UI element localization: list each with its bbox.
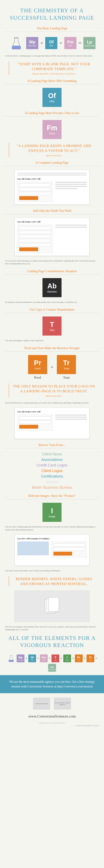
element-symbol: Ab — [47, 282, 57, 290]
element-ab-large: Ab Abandon — [42, 278, 62, 297]
image-showcase: I Image — [5, 503, 99, 522]
quote-render: RENDER REPORTS, WHITE PAPERS, GUIDES AND… — [9, 577, 95, 586]
element-symbol: T — [50, 321, 54, 329]
operator-plus: + — [50, 364, 54, 370]
mock-title: Get 50% Off Genuine US Dollars — [18, 537, 87, 540]
flask-icon — [8, 35, 24, 51]
element-i-large: I Image — [42, 503, 62, 522]
element-symbol: Tr — [89, 656, 92, 659]
element-name: Text — [54, 659, 57, 661]
basic-body: At its most basic, a landing page is a w… — [5, 54, 99, 57]
element-name: Abandon — [47, 290, 57, 293]
element-symbol: Wp — [29, 39, 35, 44]
element-symbol: Of — [31, 656, 34, 659]
element-of: Of Offer — [45, 37, 57, 49]
page-title: THE CHEMISTRY OF A SUCCESSFUL LANDING PA… — [5, 7, 99, 21]
element-name: Form — [68, 45, 72, 47]
screenshot-complete: Get All Orders 10% Off — [14, 169, 90, 205]
element-name: Offer — [31, 659, 33, 661]
element-t-large: T Text — [42, 316, 62, 336]
fields-body: As you ask for more information, it make… — [5, 259, 99, 265]
section-abandon-title: Landing Page Contamination: Abandon — [5, 270, 99, 275]
quote-text: RENDER REPORTS, WHITE PAPERS, GUIDES AND… — [13, 577, 95, 586]
quote-attrib: BRIAN MASSEY — [13, 155, 95, 157]
section-images-title: Relevant Images: Show the "Product" — [5, 494, 99, 499]
operator-equals: = — [78, 40, 81, 46]
element-name: Offer — [49, 45, 53, 47]
element-tr: TrTrust — [86, 654, 94, 662]
proof-label: Proof — [28, 376, 47, 379]
borrow-item: Better Business Bureau — [5, 485, 99, 490]
operator-plus: + — [26, 656, 27, 660]
element-symbol: Pr — [34, 359, 41, 367]
section-form-title: A Landing Page Must Provide a Way to Act — [5, 111, 99, 117]
borrow-item: Awards — [5, 479, 99, 484]
text-body: Use copy and images to address visitor o… — [5, 339, 99, 342]
cta-block: We are the most measurable agency you ca… — [0, 675, 104, 693]
element-name: Trust — [64, 367, 69, 370]
borrow-item: Client Logos — [5, 469, 99, 473]
element-pr: PrProof — [75, 654, 83, 662]
element-name: Image — [65, 659, 69, 661]
footer-copyright: Copyright 2012 Conversion Sciences LLC — [5, 722, 99, 724]
section-basic-title: The Basic Landing Page — [5, 27, 99, 32]
screenshot-images: Get 50% Off Genuine US Dollars — [14, 534, 90, 566]
flask-icon — [7, 654, 15, 663]
operator-plus: + — [60, 656, 62, 660]
screenshot-prooftrust: Get All Orders 10% Off — [14, 408, 90, 439]
borrow-item: Credit Card Logos — [5, 463, 99, 467]
element-name: Text — [50, 329, 54, 332]
element-wp: WpWeb Page — [16, 654, 25, 662]
logo-conversion-sciences: Conversion Sciences — [33, 698, 50, 710]
mock-title: Get All Orders 10% Off — [18, 220, 87, 223]
element-name: Form — [42, 659, 45, 661]
element-name: Proof — [35, 367, 40, 370]
all-elements-row: WpWeb Page+OfOffer+FmForm+TText+IImage+P… — [5, 654, 99, 672]
borrow-item: Client faces — [5, 452, 99, 456]
element-i: IImage — [63, 654, 71, 662]
render-image-mock — [14, 591, 90, 622]
element-of: OfOffer — [28, 654, 36, 662]
quote-prooftrust: THE ONLY REASON TO PLACE YOUR LOGO ON A … — [9, 384, 95, 397]
render-body: Don't let your designers add anything. T… — [5, 625, 99, 631]
footer-labs: Created by Infographic Labs.com — [5, 724, 99, 726]
element-fm: Fm Form — [64, 37, 76, 49]
operator-equals: = — [95, 656, 97, 660]
element-symbol: Of — [48, 92, 56, 100]
element-lp: LpLanding Page — [48, 664, 56, 672]
section-fields-title: Add Only the Fields You Need — [5, 209, 99, 214]
element-symbol: I — [51, 507, 53, 515]
element-symbol: Tr — [63, 359, 70, 367]
abandon-showcase: Ab Abandon — [5, 278, 99, 297]
element-name: Offer — [49, 100, 55, 103]
element-pr-large: Pr Proof — [28, 355, 47, 374]
element-symbol: Of — [49, 39, 54, 44]
text-showcase: T Text — [5, 316, 99, 336]
element-name: Web Page — [28, 45, 36, 47]
section-offer-title: A Landing Page Must Offer Something — [5, 79, 99, 84]
section-text-title: Use Copy to Counter Abandonment — [5, 308, 99, 313]
element-symbol: Fm — [42, 656, 46, 659]
element-symbol: Fm — [47, 124, 57, 132]
form-showcase: Fm Form — [5, 120, 99, 139]
section-complete-title: A Complete Landing Page — [5, 161, 99, 166]
element-t: TText — [51, 654, 59, 662]
element-symbol: Pr — [77, 656, 80, 659]
proof-trust-row: Pr Proof Proof + Tr Trust Trust — [5, 355, 99, 379]
mock-title: Get All Orders 10% Off — [18, 410, 87, 413]
element-fm-large: Fm Form — [42, 120, 62, 139]
prooftrust-body: Proof and Trust are two catalysts that h… — [5, 401, 99, 404]
element-wp: Wp Web Page — [26, 37, 38, 49]
images-body2: You need to show the product, even if wh… — [5, 569, 99, 572]
element-name: Landing Page — [48, 669, 56, 670]
element-symbol: Fm — [67, 39, 73, 44]
element-tr-large: Tr Trust — [57, 355, 76, 374]
element-name: Landing Page — [84, 45, 95, 47]
element-name: Proof — [77, 659, 80, 661]
svg-rect-3 — [48, 597, 59, 612]
element-of-large: Of Offer — [42, 88, 62, 107]
logo-book: Your Customer Creation Equation — [54, 698, 71, 710]
footer-url[interactable]: www.ConversionSciences.com — [5, 714, 99, 718]
quote-form: "A LANDING PAGE KEEPS A PROMISE AND ENTI… — [9, 144, 95, 157]
section-borrow-title: Borrow Trust From... — [5, 443, 99, 448]
